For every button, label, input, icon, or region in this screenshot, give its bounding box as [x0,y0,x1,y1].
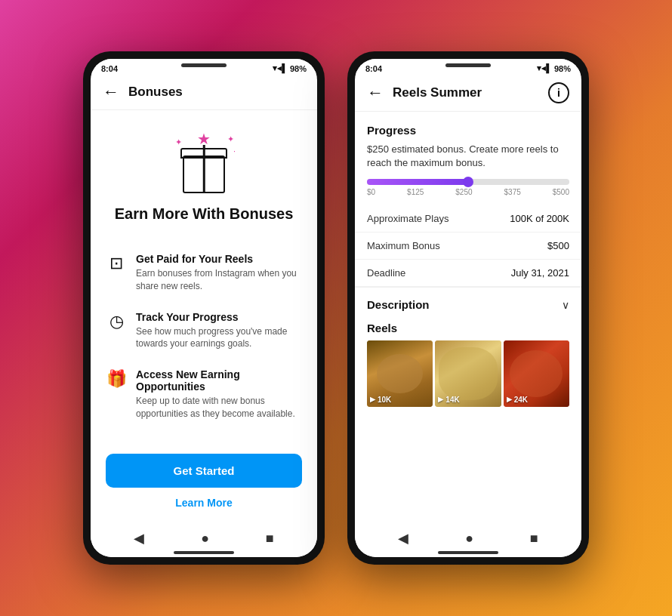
play-count-1: 10K [378,396,391,404]
clock-icon: ◷ [106,312,127,331]
bonuses-content: ★ ✦ ✦ · Earn More With Bonuses ⊡ Get Pai… [91,110,317,522]
gift-ribbon-horizontal [180,157,227,159]
reels-section-title: Reels [367,322,569,334]
earning-icon: 🎁 [106,369,127,389]
screen-header-bonuses: ← Bonuses [91,75,317,110]
feature-title-progress: Track Your Progress [136,311,302,323]
progress-bar-container [367,179,569,185]
page-title-reels: Reels Summer [393,85,539,100]
battery-text-right: 98% [554,64,571,73]
feature-title-earning: Access New Earning Opportunities [136,368,302,393]
back-button-left[interactable]: ← [103,82,119,102]
info-button[interactable]: i [548,82,569,103]
stats-row-bonus: Maximum Bonus $500 [355,233,581,260]
description-label: Description [367,298,430,311]
signal-icon: ▾◂▌ [273,63,288,73]
status-bar-right: 8:04 ▾◂▌ 98% [355,59,581,75]
feature-text-earning: Access New Earning Opportunities Keep up… [136,368,302,420]
play-icon-1: ▶ [370,396,375,403]
reels-section: Reels ▶ 10K ▶ [355,322,581,412]
screen-header-reels: ← Reels Summer i [355,75,581,112]
progress-section: Progress $250 estimated bonus. Create mo… [355,112,581,196]
status-time-right: 8:04 [365,64,382,73]
reel-thumb-1[interactable]: ▶ 10K [367,340,433,406]
stats-table: Approximate Plays 100K of 200K Maximum B… [355,205,581,287]
home-nav-icon-right[interactable]: ● [465,531,473,547]
label-125: $125 [407,188,424,196]
signal-icon-right: ▾◂▌ [537,63,552,73]
stats-row-deadline: Deadline July 31, 2021 [355,260,581,287]
chevron-down-icon: ∨ [562,299,569,311]
stats-label-deadline: Deadline [367,267,405,279]
play-count-2: 14K [445,396,459,404]
home-nav-icon-left[interactable]: ● [201,531,209,547]
phone-left: 8:04 ▾◂▌ 98% ← Bonuses ★ ✦ ✦ · [83,51,325,565]
progress-bar-bg [367,179,569,185]
sparkle-icon-2: ✦ [227,134,234,144]
nav-bar-right: ◀ ● ■ [355,522,581,557]
stats-label-plays: Approximate Plays [367,213,449,224]
stats-value-plays: 100K of 200K [510,213,569,224]
feature-text-reels: Get Paid for Your Reels Earn bonuses fro… [136,253,302,293]
get-started-button[interactable]: Get Started [106,454,302,488]
recents-nav-icon-right[interactable]: ■ [530,531,538,547]
reel-overlay-1: ▶ 10K [370,396,391,404]
feature-item-earning: 🎁 Access New Earning Opportunities Keep … [106,359,302,430]
feature-item-progress: ◷ Track Your Progress See how much progr… [106,302,302,360]
play-count-3: 24K [514,396,528,404]
play-icon-2: ▶ [438,396,443,403]
reel-thumb-2[interactable]: ▶ 14K [435,340,501,406]
bonus-main-title: Earn More With Bonuses [115,205,294,223]
battery-text: 98% [290,64,307,73]
stats-label-bonus: Maximum Bonus [367,240,440,251]
phone-right: 8:04 ▾◂▌ 98% ← Reels Summer i Progress $… [347,51,589,565]
cta-section: Get Started Learn More [106,442,302,522]
recents-nav-icon-left[interactable]: ■ [266,531,274,547]
stats-value-bonus: $500 [547,240,569,251]
description-section[interactable]: Description ∨ [355,287,581,322]
learn-more-link[interactable]: Learn More [106,488,302,518]
progress-labels: $0 $125 $250 $375 $500 [367,188,569,196]
reels-content: Progress $250 estimated bonus. Create mo… [355,112,581,522]
label-0: $0 [367,188,375,196]
feature-desc-reels: Earn bonuses from Instagram when you sha… [136,267,302,293]
stats-row-plays: Approximate Plays 100K of 200K [355,205,581,233]
progress-bar-fill [367,179,472,185]
estimated-text: $250 estimated bonus. Create more reels … [367,143,569,170]
status-time-left: 8:04 [101,64,118,73]
bonus-hero: ★ ✦ ✦ · Earn More With Bonuses [106,110,302,238]
sparkle-icon-3: · [233,146,236,156]
reels-icon: ⊡ [106,254,127,273]
feature-item-reels: ⊡ Get Paid for Your Reels Earn bonuses f… [106,244,302,302]
page-title-bonuses: Bonuses [128,85,305,100]
reel-overlay-2: ▶ 14K [438,396,459,404]
play-icon-3: ▶ [507,396,512,403]
reel-thumb-3[interactable]: ▶ 24K [504,340,569,406]
nav-bar-left: ◀ ● ■ [91,522,317,557]
sparkle-icon-1: ✦ [175,137,182,147]
stats-value-deadline: July 31, 2021 [511,267,569,279]
back-button-right[interactable]: ← [367,83,384,103]
status-icons-right: ▾◂▌ 98% [537,63,571,73]
label-250: $250 [455,188,472,196]
label-375: $375 [504,188,521,196]
status-icons-left: ▾◂▌ 98% [273,63,307,73]
gift-icon: ★ ✦ ✦ · [174,133,234,193]
progress-dot [463,177,473,187]
reel-overlay-3: ▶ 24K [507,396,528,404]
back-nav-icon-right[interactable]: ◀ [398,530,408,547]
progress-title: Progress [367,124,569,137]
reels-grid: ▶ 10K ▶ 14K [367,340,569,406]
feature-desc-earning: Keep up to date with new bonus opportuni… [136,395,302,420]
feature-desc-progress: See how much progress you've made toward… [136,325,302,351]
label-500: $500 [553,188,569,196]
back-nav-icon-left[interactable]: ◀ [134,530,144,547]
gift-ribbon-vertical [203,145,205,193]
feature-text-progress: Track Your Progress See how much progres… [136,311,302,351]
status-bar-left: 8:04 ▾◂▌ 98% [91,59,317,75]
feature-list: ⊡ Get Paid for Your Reels Earn bonuses f… [106,238,302,442]
feature-title-reels: Get Paid for Your Reels [136,253,302,265]
